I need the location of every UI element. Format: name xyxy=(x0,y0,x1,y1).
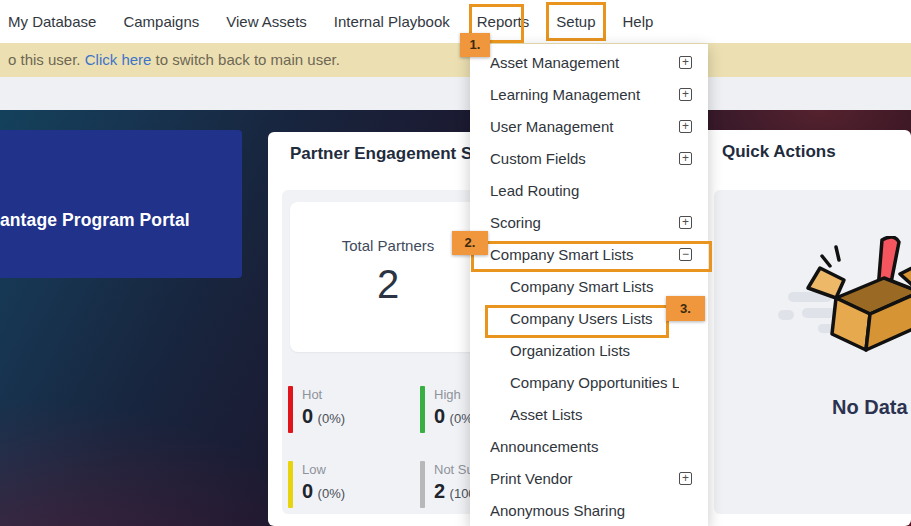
page-background-strip xyxy=(0,77,911,110)
menu-item-label: Asset Lists xyxy=(510,406,679,423)
expander-icon[interactable] xyxy=(679,88,692,101)
empty-box-illustration xyxy=(778,236,911,366)
setup-menu-item[interactable]: Anonymous Sharing xyxy=(470,494,708,526)
menu-item-label: Print Vendor xyxy=(490,470,679,487)
program-portal-card[interactable]: antage Program Portal xyxy=(0,130,242,278)
status-color-bar xyxy=(420,461,425,508)
banner-text-prefix: o this user. xyxy=(8,51,85,68)
status-value: 0 xyxy=(302,480,313,502)
setup-menu-item[interactable]: Organization Lists xyxy=(470,334,708,366)
menu-item-label: Company Opportunities Lists xyxy=(510,374,679,391)
program-portal-title: antage Program Portal xyxy=(0,210,242,231)
status-percent: (0%) xyxy=(318,411,345,426)
setup-menu-item[interactable]: Company Opportunities Lists xyxy=(470,366,708,398)
menu-item-label: Asset Management xyxy=(490,54,679,71)
expander-icon[interactable] xyxy=(679,472,692,485)
status-label: Low xyxy=(302,462,345,477)
banner-text-suffix: to switch back to main user. xyxy=(151,51,339,68)
app-screen: My DatabaseCampaignsView AssetsInternal … xyxy=(0,0,911,526)
menu-item-label: Lead Routing xyxy=(490,182,679,199)
status-label: Hot xyxy=(302,387,345,402)
status-value: 0 xyxy=(434,405,445,427)
menu-item-label: Company Users Lists xyxy=(510,310,679,327)
menu-item-label: User Management xyxy=(490,118,679,135)
status-stat: Low 0 (0%) xyxy=(288,461,420,508)
status-color-bar xyxy=(288,386,293,433)
expander-icon[interactable] xyxy=(679,56,692,69)
menu-item-label: Announcements xyxy=(490,438,679,455)
quick-actions-card: Quick Actions xyxy=(700,130,911,526)
setup-menu-item[interactable]: Lead Routing xyxy=(470,174,708,206)
expander-icon[interactable] xyxy=(679,152,692,165)
quick-actions-title: Quick Actions xyxy=(722,142,836,162)
nav-item[interactable]: Help xyxy=(616,5,661,38)
setup-menu-item[interactable]: Print Vendor xyxy=(470,462,708,494)
setup-menu-item[interactable]: Learning Management xyxy=(470,78,708,110)
menu-item-label: Scoring xyxy=(490,214,679,231)
setup-menu-item[interactable]: Custom Fields xyxy=(470,142,708,174)
status-percent: (0%) xyxy=(318,486,345,501)
setup-menu-item[interactable]: Scoring xyxy=(470,206,708,238)
expander-icon[interactable] xyxy=(679,120,692,133)
setup-menu-item[interactable]: Company Smart Lists xyxy=(470,238,708,270)
status-color-bar xyxy=(420,386,425,433)
switch-back-link[interactable]: Click here xyxy=(85,51,152,68)
menu-item-label: Company Smart Lists xyxy=(510,278,679,295)
nav-item[interactable]: View Assets xyxy=(219,5,314,38)
top-nav: My DatabaseCampaignsView AssetsInternal … xyxy=(0,0,911,43)
expander-icon[interactable] xyxy=(679,216,692,229)
status-stat: Hot 0 (0%) xyxy=(288,386,420,433)
menu-item-label: Organization Lists xyxy=(510,342,679,359)
expander-icon[interactable] xyxy=(679,248,692,261)
menu-item-label: Anonymous Sharing xyxy=(490,502,679,519)
setup-menu-item[interactable]: Announcements xyxy=(470,430,708,462)
setup-menu-item[interactable]: Asset Management xyxy=(470,46,708,78)
status-color-bar xyxy=(288,461,293,508)
status-value: 2 xyxy=(434,480,445,502)
step2-badge: 2. xyxy=(452,231,488,255)
partner-engagement-title: Partner Engagement S xyxy=(290,144,472,164)
status-value: 0 xyxy=(302,405,313,427)
setup-menu-item[interactable]: User Management xyxy=(470,110,708,142)
impersonation-banner: o this user. Click here to switch back t… xyxy=(0,43,911,77)
menu-item-label: Company Smart Lists xyxy=(490,246,679,263)
nav-item[interactable]: Campaigns xyxy=(116,5,206,38)
menu-item-label: Learning Management xyxy=(490,86,679,103)
menu-item-label: Custom Fields xyxy=(490,150,679,167)
setup-dropdown-menu: Asset Management Learning Management Use… xyxy=(470,44,708,526)
quick-actions-panel: No Data xyxy=(714,190,911,514)
partner-status-stats: Hot 0 (0%) High 0 (0%) Low 0 ( xyxy=(288,386,492,508)
no-data-label: No Data xyxy=(832,396,908,419)
step1-badge: 1. xyxy=(460,33,490,57)
nav-item[interactable]: My Database xyxy=(1,5,103,38)
setup-menu-item[interactable]: Asset Lists xyxy=(470,398,708,430)
step3-badge: 3. xyxy=(666,296,705,321)
nav-item[interactable]: Internal Playbook xyxy=(327,5,457,38)
nav-item[interactable]: Setup xyxy=(549,5,602,38)
total-partners-value: 2 xyxy=(290,264,486,304)
